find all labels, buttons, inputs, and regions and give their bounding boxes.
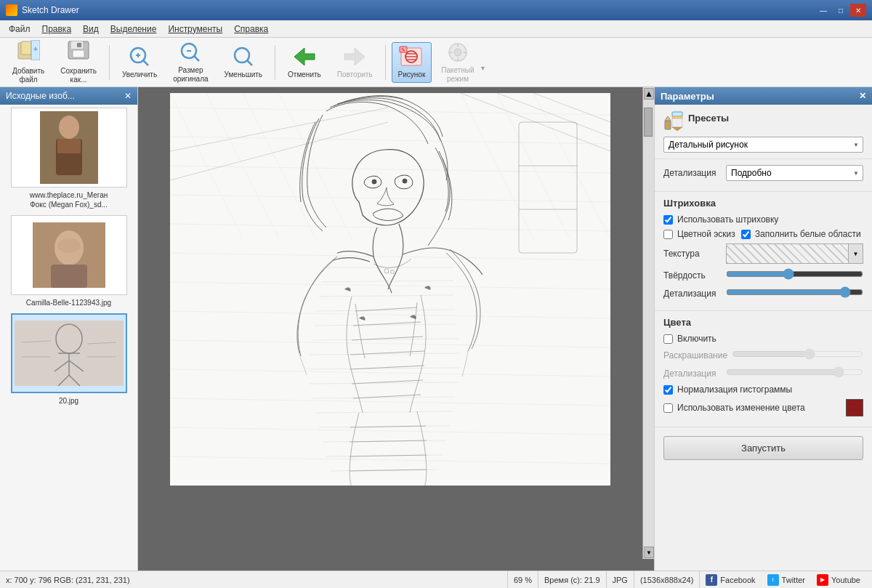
texture-dropdown-btn[interactable]: ▼: [848, 244, 863, 263]
image-item-camilla[interactable]: Camilla-Belle-1123943.jpg: [3, 215, 134, 307]
zoom-out-label: Уменьшить: [225, 71, 262, 79]
normalize-hist-checkbox[interactable]: [663, 385, 673, 395]
svg-text:✎: ✎: [401, 47, 405, 52]
detail-dropdown-wrap: Подробно Средне Кратко ▼: [726, 165, 863, 181]
texture-dropdown-wrap: ▼: [726, 243, 863, 264]
left-panel-close-icon[interactable]: ✕: [124, 91, 132, 101]
add-file-icon: +: [17, 40, 40, 65]
color-swatch[interactable]: [846, 399, 863, 416]
menu-view[interactable]: Вид: [77, 23, 105, 36]
colors-enable-label: Включить: [677, 334, 716, 344]
svg-point-27: [454, 49, 461, 56]
canvas-scroll[interactable]: ▲ ▼: [138, 87, 654, 571]
colors-section: Цвета Включить Раскрашивание Детализация…: [655, 311, 872, 427]
save-as-label: Сохранитькак...: [60, 67, 97, 84]
drawing-button[interactable]: ✎ Рисунок: [392, 42, 432, 83]
right-panel-close-icon[interactable]: ✕: [859, 91, 866, 101]
cancel-button[interactable]: Отменить: [281, 42, 328, 83]
menu-tools[interactable]: Инструменты: [162, 23, 228, 36]
presets-dropdown[interactable]: Детальный рисунок Простой рисунок Мягкий…: [663, 137, 863, 153]
colorize-slider[interactable]: [732, 348, 863, 360]
zoom-in-button[interactable]: Увеличить: [116, 42, 164, 83]
title-text: Sketch Drawer: [22, 5, 79, 15]
hatching-title: Штриховка: [663, 198, 863, 209]
presets-title: Пресеты: [688, 113, 729, 124]
twitter-item[interactable]: t Twitter: [762, 574, 811, 586]
presets-dropdown-wrap: Детальный рисунок Простой рисунок Мягкий…: [663, 137, 863, 153]
color-detail-slider[interactable]: [726, 366, 863, 378]
zoom-out-icon: [232, 45, 255, 71]
scroll-up-btn[interactable]: ▲: [644, 88, 654, 100]
right-panel-title: Параметры: [661, 91, 714, 102]
hatch-detail-slider-wrap: [726, 286, 863, 300]
svg-point-33: [59, 116, 79, 139]
fill-white-checkbox[interactable]: [741, 230, 751, 239]
image-thumb-wrap-megan: [11, 108, 127, 188]
add-file-button[interactable]: + Добавитьфайл: [6, 42, 51, 83]
right-panel-header: Параметры ✕: [655, 87, 872, 105]
drawing-label: Рисунок: [398, 71, 426, 79]
use-color-change-row: Использовать изменение цвета: [663, 399, 863, 416]
hardness-label: Твёрдость: [663, 270, 722, 281]
scroll-thumb[interactable]: [644, 108, 653, 137]
dimensions-text: (1536x888x24): [640, 576, 693, 584]
hatch-detail-slider[interactable]: [726, 286, 863, 298]
fill-white-row: Заполнить белые области: [741, 229, 861, 239]
menu-file[interactable]: Файл: [3, 23, 36, 36]
dimensions-item: (1536x888x24): [634, 571, 700, 588]
image-item-megan[interactable]: www.theplace.ru_МеганФокс (Megan Fox)_sd…: [3, 108, 134, 209]
normalize-hist-row: Нормализация гистограммы: [663, 384, 863, 395]
texture-row: Текстура ▼: [663, 243, 863, 264]
redo-button[interactable]: Повторить: [331, 42, 379, 83]
image-list: www.theplace.ru_МеганФокс (Megan Fox)_sd…: [0, 105, 137, 571]
menu-help[interactable]: Справка: [228, 23, 274, 36]
left-panel-header: Исходные изоб... ✕: [0, 87, 137, 105]
pencil-brush-icon: [663, 110, 684, 131]
menu-selection[interactable]: Выделение: [105, 23, 163, 36]
presets-section: Пресеты Детальный рисунок Простой рисуно…: [655, 105, 872, 159]
color-sketch-checkbox[interactable]: [663, 230, 673, 239]
detail-dropdown[interactable]: Подробно Средне Кратко: [726, 165, 863, 181]
facebook-item[interactable]: f Facebook: [700, 574, 761, 586]
batch-mode-button[interactable]: Пакетныйрежим: [435, 42, 480, 83]
svg-point-74: [372, 180, 376, 184]
time-text: Время (с): 21.9: [544, 576, 600, 584]
scroll-track[interactable]: [643, 100, 654, 546]
redo-icon: [342, 45, 368, 71]
zoom-out-button[interactable]: Уменьшить: [218, 42, 269, 83]
image-item-20[interactable]: 20.jpg: [3, 313, 134, 406]
colors-enable-checkbox[interactable]: [663, 334, 673, 344]
original-size-label: Размероригинала: [173, 66, 208, 84]
scroll-down-btn[interactable]: ▼: [644, 547, 654, 558]
detail-row: Детализация Подробно Средне Кратко ▼: [663, 165, 863, 181]
20-thumbnail: [15, 321, 124, 386]
color-sketch-label: Цветной эскиз: [677, 229, 735, 239]
save-as-button[interactable]: Сохранитькак...: [54, 42, 103, 83]
menu-edit[interactable]: Правка: [36, 23, 78, 36]
svg-marker-112: [665, 116, 671, 121]
use-color-change-checkbox[interactable]: [663, 403, 673, 413]
svg-point-39: [57, 238, 81, 253]
svg-rect-111: [665, 121, 671, 129]
colors-title: Цвета: [663, 317, 863, 328]
maximize-button[interactable]: □: [833, 4, 849, 17]
vertical-scrollbar[interactable]: ▲ ▼: [642, 87, 654, 559]
colorize-label: Раскрашивание: [663, 350, 727, 361]
coords-text: x: 700 y: 796 RGB: (231, 231, 231): [6, 576, 130, 584]
svg-rect-6: [73, 50, 84, 57]
zoom-in-icon: [128, 45, 151, 71]
youtube-item[interactable]: ▶ Youtube: [811, 574, 866, 586]
texture-preview[interactable]: ▼: [726, 243, 863, 264]
detail-section: Детализация Подробно Средне Кратко ▼: [655, 159, 872, 192]
hardness-slider[interactable]: [726, 268, 863, 280]
texture-label: Текстура: [663, 249, 722, 259]
app-icon: [6, 4, 17, 16]
run-button[interactable]: Запустить: [663, 436, 863, 460]
twitter-label: Twitter: [782, 576, 805, 584]
minimize-button[interactable]: —: [815, 4, 831, 17]
original-size-button[interactable]: Размероригинала: [166, 42, 214, 83]
color-sketch-row: Цветной эскиз: [663, 229, 735, 239]
drawing-icon: ✎: [398, 45, 424, 71]
use-hatching-checkbox[interactable]: [663, 215, 673, 225]
close-button[interactable]: ✕: [850, 4, 866, 17]
